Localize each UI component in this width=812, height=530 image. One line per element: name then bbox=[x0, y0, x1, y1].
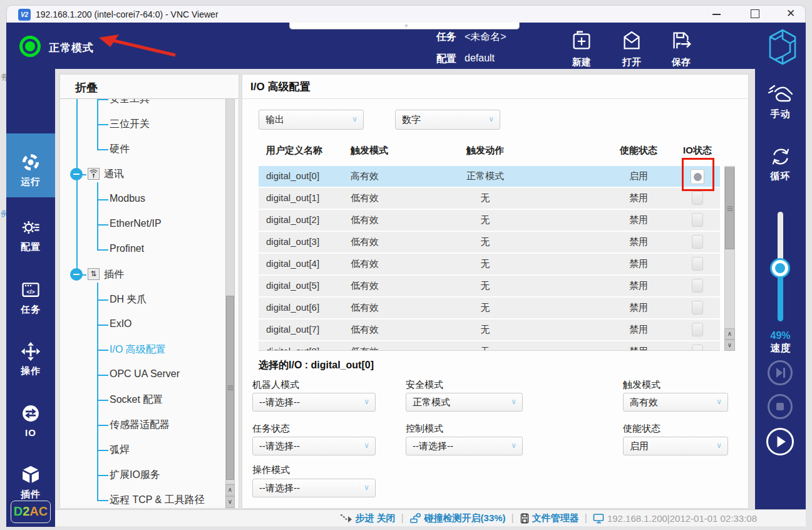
chevron-down-icon: ∨ bbox=[511, 441, 516, 450]
tree-item-16[interactable]: 远程 TCP & 工具路径 bbox=[110, 494, 205, 507]
table-row[interactable]: digital_out[2]低有效无禁用 bbox=[259, 210, 720, 231]
tree-item-11[interactable]: OPC UA Server bbox=[110, 368, 180, 380]
status-bar: 步进 关闭 | 碰撞检测开启(33%) | 文件管理器 bbox=[55, 509, 806, 526]
io-name: digital_out[0] bbox=[266, 170, 319, 181]
io-state-indicator-off[interactable] bbox=[692, 345, 703, 351]
sidebar-item-task[interactable]: </>任务 bbox=[6, 280, 55, 316]
form-dropdown-1[interactable]: 正常模式∨ bbox=[406, 393, 523, 412]
sidebar-item-config[interactable]: 配置 bbox=[6, 217, 55, 253]
form-dropdown-6[interactable]: --请选择--∨ bbox=[252, 479, 376, 497]
tree-item-1[interactable]: 三位开关 bbox=[110, 118, 150, 131]
tree-collapse-bullet[interactable] bbox=[70, 168, 83, 180]
io-state-indicator-off[interactable] bbox=[692, 235, 703, 249]
screen: 务例 V2 192.168.1.200 (intel-corei7-64:0) … bbox=[0, 0, 812, 530]
tree-item-12[interactable]: Socket 配置 bbox=[110, 393, 163, 407]
tree-scroll-down-button[interactable]: ∨ bbox=[225, 496, 235, 508]
step-status[interactable]: 步进 关闭 bbox=[340, 512, 395, 524]
collision-robot-icon bbox=[409, 512, 422, 524]
chevron-down-icon: ∨ bbox=[488, 115, 494, 123]
step-forward-button[interactable] bbox=[768, 360, 793, 385]
form-dropdown-4[interactable]: --请选择--∨ bbox=[406, 437, 523, 455]
sidebar-item-run[interactable]: 运行 bbox=[6, 152, 55, 188]
minimize-button[interactable] bbox=[702, 6, 730, 21]
tree-item-14[interactable]: 弧焊 bbox=[110, 444, 130, 457]
play-button[interactable] bbox=[766, 428, 794, 455]
tree-scroll-up-button[interactable]: ∧ bbox=[225, 484, 235, 496]
collision-status[interactable]: 碰撞检测开启(33%) bbox=[409, 512, 506, 524]
window-titlebar: V2 192.168.1.200 (intel-corei7-64:0) - V… bbox=[6, 5, 806, 23]
table-scroll-up-button[interactable]: ∧ bbox=[724, 328, 735, 340]
table-row[interactable]: digital_out[1]低有效无禁用 bbox=[259, 188, 720, 209]
brand-d2ac-button[interactable]: D2AC bbox=[11, 501, 51, 523]
filter-dropdown-0[interactable]: 输出∨ bbox=[259, 110, 364, 130]
table-row[interactable]: digital_out[4]低有效无禁用 bbox=[259, 254, 720, 274]
table-scroll-down-button[interactable]: ∨ bbox=[724, 340, 735, 351]
io-state-indicator-off[interactable] bbox=[692, 279, 703, 293]
header-action-save[interactable]: 保存 bbox=[659, 29, 704, 68]
form-dropdown-0[interactable]: --请选择--∨ bbox=[252, 393, 376, 412]
antenna-icon bbox=[88, 168, 100, 180]
table-scrollbar-thumb[interactable] bbox=[725, 167, 734, 249]
tree-item-4[interactable]: Modbus bbox=[110, 193, 145, 204]
tree-connector-tick bbox=[97, 475, 108, 476]
stop-button[interactable] bbox=[768, 394, 793, 419]
vnc-toolbar-collapsed[interactable] bbox=[289, 23, 520, 29]
speed-slider-handle[interactable] bbox=[772, 260, 788, 276]
tree-item-6[interactable]: Profinet bbox=[110, 243, 144, 254]
chevron-down-icon: ∨ bbox=[364, 441, 369, 450]
trigger-mode: 高有效 bbox=[351, 170, 379, 182]
table-row[interactable]: digital_out[0]高有效正常模式启用 bbox=[259, 166, 720, 187]
io-state-indicator-off[interactable] bbox=[692, 257, 703, 271]
header-action-open[interactable]: 打开 bbox=[609, 29, 654, 68]
form-dropdown-5[interactable]: 启用∨ bbox=[623, 437, 728, 455]
io-state-indicator-off[interactable] bbox=[692, 301, 703, 314]
tree-collapse-header[interactable]: 折叠 bbox=[60, 75, 239, 99]
table-row[interactable]: digital_out[6]低有效无禁用 bbox=[259, 298, 720, 318]
manual-mode-button[interactable]: 手动 bbox=[755, 83, 806, 120]
close-button[interactable]: ✕ bbox=[777, 6, 804, 21]
io-state-indicator-off[interactable] bbox=[692, 323, 703, 336]
sidebar-item-io[interactable]: IO bbox=[6, 403, 55, 438]
cycle-mode-button[interactable]: 循环 bbox=[755, 145, 806, 182]
dropdown-value: 启用 bbox=[630, 440, 649, 452]
tree-collapse-bullet[interactable] bbox=[70, 268, 83, 281]
tree-item-2[interactable]: 硬件 bbox=[110, 143, 130, 156]
table-row[interactable]: digital_out[7]低有效无禁用 bbox=[259, 320, 720, 340]
selected-io-label: 选择的I/O : digital_out[0] bbox=[259, 359, 374, 372]
enable-state: 启用 bbox=[614, 170, 664, 182]
table-row[interactable]: digital_out[3]低有效无禁用 bbox=[259, 232, 720, 252]
tree-item-8[interactable]: DH 夹爪 bbox=[110, 293, 147, 306]
form-dropdown-3[interactable]: --请选择--∨ bbox=[252, 437, 376, 455]
io-state-indicator-off[interactable] bbox=[692, 213, 703, 227]
manual-hand-icon bbox=[767, 97, 794, 108]
tree-connector-tick bbox=[97, 350, 108, 351]
io-state-indicator-off[interactable] bbox=[692, 191, 703, 205]
enable-state: 禁用 bbox=[614, 214, 664, 226]
io-name: digital_out[1] bbox=[266, 192, 319, 203]
sidebar-item-label: 运行 bbox=[6, 176, 55, 188]
tree-group-7[interactable]: 插件 bbox=[104, 268, 124, 281]
file-manager-button[interactable]: 文件管理器 bbox=[520, 512, 579, 524]
enable-state: 禁用 bbox=[614, 258, 664, 270]
table-row[interactable]: digital_out[5]低有效无禁用 bbox=[259, 276, 720, 296]
tree-item-9[interactable]: ExIO bbox=[110, 318, 132, 330]
tree-scrollbar-thumb[interactable] bbox=[226, 296, 234, 480]
file-manager-icon bbox=[520, 513, 530, 524]
sidebar-item-operate[interactable]: 操作 bbox=[6, 341, 55, 377]
connection-status: 192.168.1.200|2012-01-01 02:33:08 bbox=[593, 513, 757, 524]
form-dropdown-2[interactable]: 高有效∨ bbox=[623, 393, 728, 412]
sidebar-item-plugin[interactable]: 插件 bbox=[6, 465, 55, 501]
table-row[interactable]: digital_out[8]低有效无禁用 bbox=[259, 341, 720, 351]
header-action-label: 新建 bbox=[559, 56, 604, 68]
filter-dropdown-1[interactable]: 数字∨ bbox=[395, 110, 500, 130]
tree-item-5[interactable]: EtherNet/IP bbox=[110, 218, 162, 229]
maximize-button[interactable] bbox=[741, 6, 769, 21]
trigger-mode: 低有效 bbox=[351, 236, 379, 248]
header-action-new-file[interactable]: 新建 bbox=[559, 29, 604, 68]
tree-item-13[interactable]: 传感器适配器 bbox=[110, 418, 170, 432]
speed-slider-fill[interactable] bbox=[778, 271, 783, 321]
tree-connector-tick bbox=[97, 299, 108, 301]
tree-item-15[interactable]: 扩展IO服务 bbox=[110, 469, 160, 482]
tree-item-10[interactable]: I/O 高级配置 bbox=[110, 343, 166, 356]
tree-group-3[interactable]: 通讯 bbox=[104, 168, 124, 181]
